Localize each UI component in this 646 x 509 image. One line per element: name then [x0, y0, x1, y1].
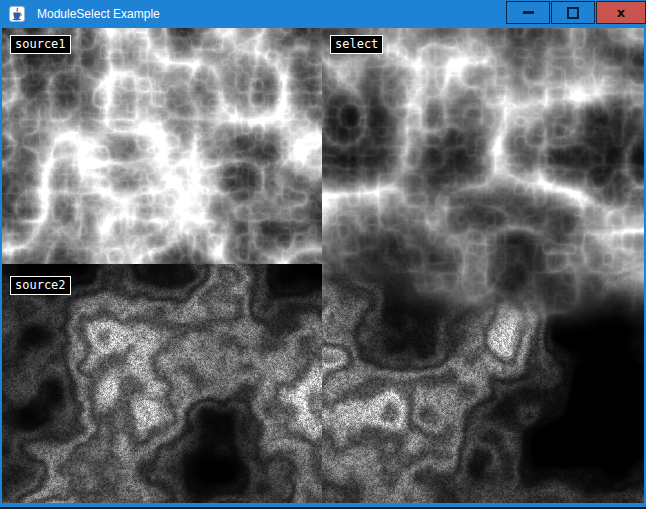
noise-render-canvas: [2, 28, 644, 503]
minimize-button[interactable]: [506, 1, 550, 24]
java-coffee-cup-icon: [9, 6, 25, 22]
application-window: ModuleSelect Example x source1 select so…: [0, 0, 646, 509]
window-title: ModuleSelect Example: [37, 0, 160, 28]
close-button[interactable]: x: [596, 1, 646, 24]
titlebar[interactable]: ModuleSelect Example x: [0, 0, 646, 28]
window-controls: x: [505, 1, 646, 24]
label-select: select: [330, 35, 383, 54]
minimize-icon: [523, 11, 534, 14]
label-source1: source1: [10, 35, 71, 54]
label-source2: source2: [10, 276, 71, 295]
maximize-button[interactable]: [551, 1, 595, 24]
close-icon: x: [617, 6, 625, 19]
render-area: source1 select source2: [2, 28, 644, 503]
maximize-icon: [567, 7, 579, 19]
